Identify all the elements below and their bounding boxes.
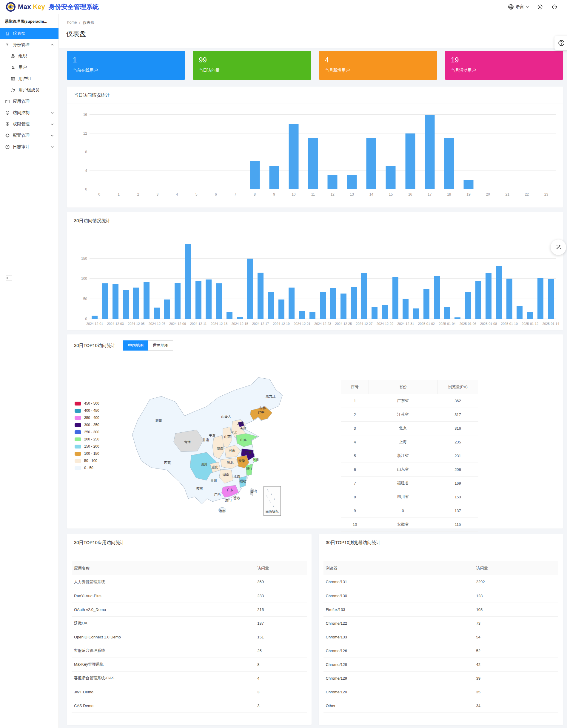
legend-item: 200 - 250 bbox=[75, 436, 99, 443]
stat-card-当日访问量: 99 当日访问量 bbox=[193, 51, 311, 80]
province-cell: 231 bbox=[437, 449, 478, 463]
bar-15 bbox=[386, 166, 396, 189]
province-cell: 浙江省 bbox=[368, 449, 437, 463]
province-cell: 206 bbox=[437, 463, 478, 476]
logout-icon[interactable] bbox=[551, 4, 557, 10]
x-tick-label: 2025-01-02 bbox=[418, 322, 435, 325]
app-row: 客服后台管理系统25 bbox=[72, 644, 307, 658]
theme-wand-floating-button[interactable] bbox=[551, 239, 566, 255]
sidebar-item-仪表盘[interactable]: 仪表盘 bbox=[0, 28, 59, 39]
language-menu[interactable]: 语言 bbox=[508, 4, 529, 10]
map-label-江苏: 江苏 bbox=[245, 451, 252, 454]
browser-row: Chrome/12842 bbox=[323, 658, 559, 671]
breadcrumb-home[interactable]: home bbox=[67, 20, 77, 25]
home-icon bbox=[5, 31, 10, 36]
bar-2025-01-14 bbox=[548, 279, 554, 319]
sidebar-item-label: 组织 bbox=[19, 53, 27, 59]
legend-item: 150 - 200 bbox=[75, 443, 99, 450]
browser-cell: 39 bbox=[474, 671, 559, 685]
map-label-北京: 北京 bbox=[237, 422, 244, 425]
gridline: 150 bbox=[90, 258, 556, 259]
app-cell: MaxKey管理系统 bbox=[72, 658, 255, 671]
app-row: MaxKey管理系统8 bbox=[72, 658, 307, 671]
map-label-广东: 广东 bbox=[227, 488, 234, 492]
sidebar-collapse-icon[interactable] bbox=[6, 275, 13, 281]
browser-cell: Chrome/133 bbox=[323, 630, 474, 644]
x-tick-label: 2024-12-05 bbox=[128, 322, 145, 325]
settings-gear-icon[interactable] bbox=[537, 4, 543, 10]
sidebar-item-用户组成员[interactable]: 用户组成员 bbox=[0, 85, 59, 96]
tab-中国地图[interactable]: 中国地图 bbox=[123, 340, 148, 351]
bar-16 bbox=[405, 133, 415, 190]
map-label-江西: 江西 bbox=[233, 474, 240, 478]
browser-cell: Chrome/122 bbox=[323, 616, 474, 630]
help-floating-button[interactable] bbox=[554, 36, 567, 50]
bar-2024-12-18 bbox=[268, 292, 274, 319]
sidebar-item-身份管理[interactable]: 身份管理 bbox=[0, 39, 59, 50]
x-tick-label: 2024-12-29 bbox=[376, 322, 393, 325]
tab-世界地图[interactable]: 世界地图 bbox=[148, 340, 173, 351]
browser-cell: 2292 bbox=[474, 575, 559, 589]
sidebar-item-配置管理[interactable]: 配置管理 bbox=[0, 130, 59, 141]
app-cell: 151 bbox=[255, 630, 306, 644]
sidebar-item-权限管理[interactable]: 权限管理 bbox=[0, 119, 59, 130]
province-cell: 3 bbox=[341, 421, 368, 435]
province-cell: 江苏省 bbox=[368, 408, 437, 421]
brand: MaxKey 身份安全管理系统 bbox=[5, 1, 99, 12]
stat-label: 当日访问量 bbox=[199, 68, 305, 73]
app-row: CAS Demo3 bbox=[72, 699, 307, 712]
x-tick-label: 2025-01-08 bbox=[480, 322, 497, 325]
sidebar-item-访问控制[interactable]: 访问控制 bbox=[0, 107, 59, 119]
map-label-陕西: 陕西 bbox=[217, 446, 223, 450]
x-tick-label: 18 bbox=[447, 192, 451, 196]
bar-13 bbox=[347, 175, 357, 189]
daily-visits-card: 当日访问情况统计 0481216012345678910111213141516… bbox=[67, 87, 563, 208]
sidebar-item-用户[interactable]: 用户 bbox=[0, 62, 59, 73]
sidebar-item-日志审计[interactable]: 日志审计 bbox=[0, 141, 59, 153]
x-tick-label: 2024-12-17 bbox=[252, 322, 269, 325]
top10-browsers-card: 30日TOP10浏览器访问统计 浏览器访问量Chrome/1312292Chro… bbox=[319, 534, 563, 725]
browser-cell: 34 bbox=[474, 699, 559, 712]
bar-2024-12-28 bbox=[371, 307, 377, 319]
sidebar-item-应用管理[interactable]: 应用管理 bbox=[0, 96, 59, 107]
legend-item: 50 - 100 bbox=[75, 457, 99, 464]
x-tick-label: 23 bbox=[544, 192, 548, 196]
x-tick-label: 15 bbox=[389, 192, 393, 196]
bar-2025-01-03 bbox=[434, 276, 440, 319]
app-cell: 25 bbox=[255, 644, 306, 658]
sidebar-item-label: 配置管理 bbox=[13, 133, 30, 138]
province-cell: 7 bbox=[341, 476, 368, 490]
province-cell: 2 bbox=[341, 408, 368, 421]
china-map[interactable]: 新疆西藏青海甘肃宁夏内蒙古黑龙江吉林辽宁北京天津河北山西山东陕西河南江苏安徽上海… bbox=[115, 360, 305, 519]
x-tick-label: 2024-12-15 bbox=[231, 322, 248, 325]
top10-region-title: 30日TOP10访问统计 bbox=[74, 343, 116, 348]
map-label-辽宁: 辽宁 bbox=[258, 411, 265, 414]
bar-2025-01-13 bbox=[537, 278, 543, 319]
stat-card-当月活动用户: 19 当月活动用户 bbox=[445, 51, 563, 80]
breadcrumb-separator: / bbox=[79, 20, 81, 25]
x-tick-label: 11 bbox=[311, 192, 315, 196]
province-cell: 362 bbox=[437, 394, 478, 408]
bar-2024-12-17 bbox=[258, 273, 264, 319]
sidebar-item-组织[interactable]: 组织 bbox=[0, 50, 59, 62]
x-tick-label: 2024-12-21 bbox=[293, 322, 310, 325]
bar-2024-12-27 bbox=[361, 273, 367, 319]
y-tick-label: 50 bbox=[76, 297, 87, 301]
daily-visits-chart: 0481216012345678910111213141516171819202… bbox=[90, 115, 556, 189]
stat-card-当前在线用户: 1 当前在线用户 bbox=[67, 51, 185, 80]
browser-cell: 42 bbox=[474, 658, 559, 671]
bar-2024-12-08 bbox=[164, 300, 170, 319]
sidebar-item-用户组[interactable]: 用户组 bbox=[0, 73, 59, 85]
x-tick-label: 2024-12-13 bbox=[211, 322, 228, 325]
province-cell: 5 bbox=[341, 449, 368, 463]
x-tick-label: 2024-12-01 bbox=[86, 322, 103, 325]
province-cell: 316 bbox=[437, 421, 478, 435]
bar-2024-12-09 bbox=[175, 283, 181, 319]
app-cell: CAS Demo bbox=[72, 699, 255, 712]
x-tick-label: 2024-12-07 bbox=[149, 322, 165, 325]
x-tick-label: 4 bbox=[176, 192, 178, 196]
y-tick-label: 150 bbox=[76, 257, 87, 261]
map-label-重庆: 重庆 bbox=[212, 466, 218, 469]
sidebar-item-label: 应用管理 bbox=[13, 99, 30, 104]
province-cell: 上海 bbox=[368, 435, 437, 449]
